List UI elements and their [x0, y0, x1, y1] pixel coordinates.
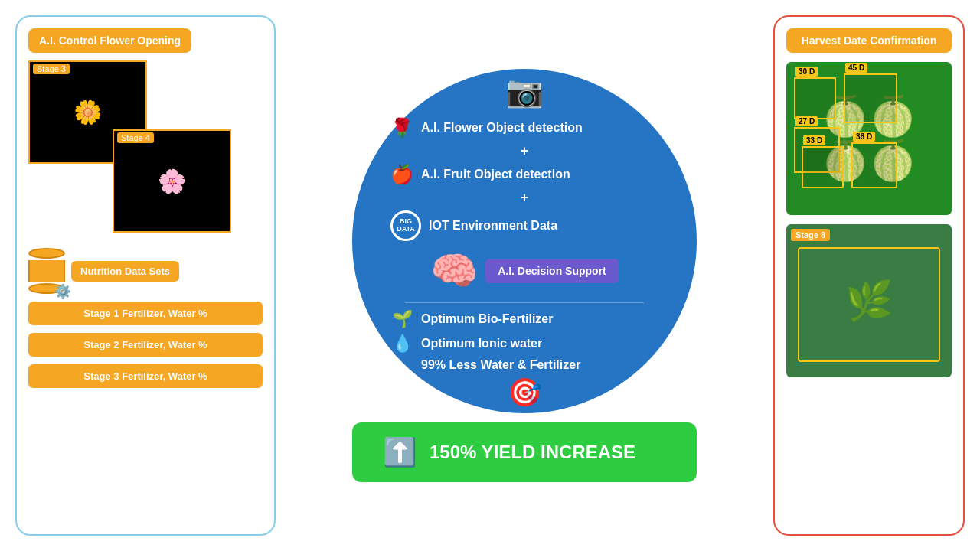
brain-section: 🧠 A.I. Decision Support [430, 249, 619, 293]
camera-icon: 📷 [505, 73, 544, 109]
det-label-5: 38 D [853, 132, 875, 142]
db-disk-top [28, 248, 65, 259]
iot-row: BIGDATA IOT Environment Data [375, 210, 674, 241]
stage2-btn[interactable]: Stage 2 Fertilizer, Water % [28, 333, 263, 357]
db-body [28, 260, 65, 282]
yield-arrow-icon: ⬆️ [383, 436, 417, 468]
biofertilizer-row: 🌱 Optimum Bio-Fertilizer [375, 309, 674, 329]
det-box-4: 33 D [802, 146, 844, 188]
det-label-4: 33 D [803, 135, 825, 145]
fruit-emoji-icon: 🍎 [390, 164, 413, 185]
flower-detection-text: A.I. Flower Object detection [421, 121, 583, 135]
left-panel-title: A.I. Control Flower Opening [28, 28, 191, 53]
center-panel: 📷 🌹 A.I. Flower Object detection + 🍎 A.I… [283, 69, 766, 482]
main-circle: 📷 🌹 A.I. Flower Object detection + 🍎 A.I… [352, 69, 697, 413]
flower-images: Stage 3 🌼 Stage 4 🌸 [28, 60, 263, 236]
det-label-2: 45 D [845, 63, 867, 73]
det-box-2: 45 D [844, 73, 897, 123]
yield-box: ⬆️ 150% YIELD INCREASE [352, 422, 697, 482]
flower-detection-row: 🌹 A.I. Flower Object detection [375, 117, 674, 139]
water-drop-icon: 💧 [390, 334, 413, 354]
ionic-water-row: 💧 Optimum Ionic water [375, 334, 674, 354]
det-label-3: 27 D [795, 116, 818, 126]
det-label-1: 30 D [795, 67, 818, 77]
fertilizer-icon: 🌱 [390, 309, 413, 329]
stage3-btn[interactable]: Stage 3 Fertilizer, Water % [28, 364, 263, 388]
less-water-text: 99% Less Water & Fertilizer [421, 358, 580, 372]
harvest-title: Harvest Date Confirmation [786, 28, 952, 53]
biofertilizer-text: Optimum Bio-Fertilizer [421, 312, 553, 326]
brain-icon: 🧠 [430, 249, 478, 293]
flower-visual-bottom: 🌸 [114, 131, 230, 231]
flower-emoji-icon: 🌹 [390, 117, 413, 139]
det-box-1: 30 D [794, 77, 836, 119]
database-icon: ⚙️ [28, 248, 65, 294]
less-water-row: 99% Less Water & Fertilizer [375, 358, 674, 372]
ionic-water-text: Optimum Ionic water [421, 337, 542, 350]
iot-text: IOT Environment Data [429, 219, 557, 233]
plant-detection-box [798, 247, 940, 362]
nutrition-btn[interactable]: Nutrition Data Sets [71, 261, 179, 282]
detection-boxes-overlay: 30 D 45 D 27 D 33 D 38 D [786, 62, 952, 215]
fruit-detection-row: 🍎 A.I. Fruit Object detection [375, 164, 674, 185]
fruit-detection-text: A.I. Fruit Object detection [421, 168, 570, 181]
right-panel: Harvest Date Confirmation 🍈🍈🍈🍈 30 D 45 D… [773, 15, 965, 536]
stage4-label: Stage 4 [117, 132, 154, 143]
stage3-label: Stage 3 [33, 64, 70, 74]
divider [405, 302, 644, 303]
db-section: ⚙️ Nutrition Data Sets [28, 248, 263, 294]
plant-stage8-image: 🌿 Stage 8 [786, 224, 952, 377]
ai-decision-btn[interactable]: A.I. Decision Support [485, 259, 619, 283]
det-box-5: 38 D [851, 142, 897, 188]
stage1-btn[interactable]: Stage 1 Fertilizer, Water % [28, 302, 263, 325]
yield-text: 150% YIELD INCREASE [430, 442, 635, 463]
fruit-detection-image: 🍈🍈🍈🍈 30 D 45 D 27 D 33 D 38 D [786, 62, 952, 215]
flower-image-stage4: Stage 4 🌸 [113, 129, 231, 233]
target-icon: 🎯 [508, 377, 542, 409]
plus1: + [521, 143, 529, 159]
bigdata-icon: BIGDATA [390, 210, 421, 241]
stage8-label: Stage 8 [791, 229, 830, 241]
left-panel: A.I. Control Flower Opening Stage 3 🌼 St… [15, 15, 276, 536]
gear-icon: ⚙️ [54, 283, 71, 300]
plus2: + [521, 190, 529, 206]
